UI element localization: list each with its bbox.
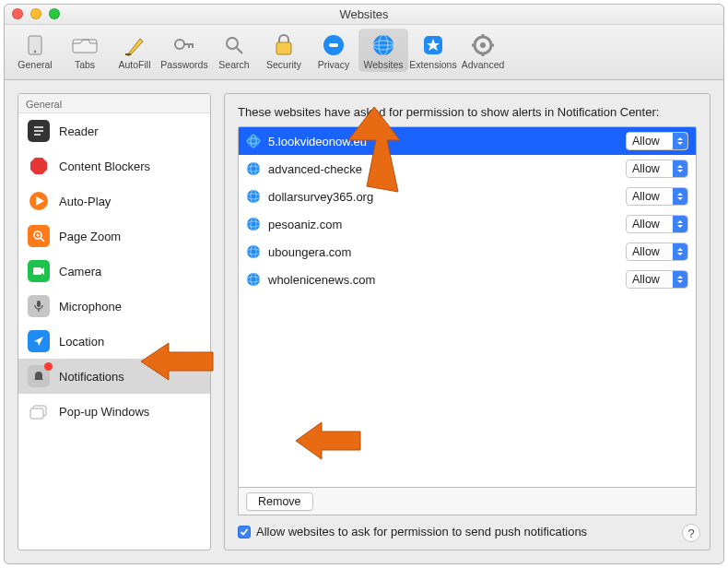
- tab-advanced[interactable]: Advanced: [458, 29, 508, 72]
- content-area: General Reader Content Blockers Auto-Pla…: [5, 80, 723, 563]
- svg-point-39: [247, 135, 260, 148]
- permission-select[interactable]: Allow: [626, 215, 688, 233]
- svg-marker-67: [677, 276, 683, 278]
- site-row[interactable]: dollarsurvey365.orgAllow: [239, 183, 696, 210]
- sidebar-item-notifications[interactable]: Notifications: [18, 359, 210, 394]
- passwords-icon: [170, 31, 198, 59]
- permission-value: Allow: [632, 245, 660, 258]
- sidebar-item-label: Microphone: [59, 300, 122, 314]
- sidebar-item-label: Notifications: [59, 370, 124, 384]
- panel-caption: These websites have asked for permission…: [238, 105, 697, 119]
- svg-marker-52: [677, 193, 683, 195]
- globe-icon: [246, 189, 261, 204]
- websites-icon: [370, 31, 397, 59]
- help-button[interactable]: ?: [682, 524, 700, 542]
- remove-button[interactable]: Remove: [246, 492, 313, 511]
- tab-search[interactable]: Search: [209, 29, 259, 72]
- sidebar-item-camera[interactable]: Camera: [18, 254, 210, 289]
- site-row[interactable]: pesoaniz.comAllow: [239, 210, 696, 238]
- dropdown-chevron-icon: [673, 271, 687, 288]
- sidebar-item-location[interactable]: Location: [18, 324, 210, 359]
- list-bottom-bar: Remove: [238, 488, 697, 515]
- svg-marker-36: [34, 337, 43, 346]
- dropdown-chevron-icon: [673, 188, 687, 205]
- globe-icon: [246, 134, 261, 148]
- svg-point-64: [247, 273, 260, 286]
- extensions-icon: [419, 31, 447, 59]
- site-row[interactable]: uboungera.comAllow: [239, 238, 696, 266]
- svg-marker-68: [677, 280, 683, 283]
- svg-marker-63: [677, 253, 683, 255]
- svg-marker-25: [30, 158, 47, 174]
- privacy-icon: [320, 31, 347, 59]
- location-icon: [28, 330, 50, 352]
- auto-play-icon: [28, 190, 50, 212]
- svg-rect-38: [30, 408, 43, 419]
- dropdown-chevron-icon: [673, 160, 687, 177]
- sidebar-item-reader[interactable]: Reader: [18, 113, 210, 148]
- sidebar-item-page-zoom[interactable]: Page Zoom: [18, 219, 210, 254]
- site-domain: wholenicenews.com: [268, 273, 618, 287]
- globe-icon: [246, 217, 261, 231]
- dropdown-chevron-icon: [673, 133, 687, 149]
- site-row[interactable]: wholenicenews.comAllow: [239, 266, 696, 293]
- svg-marker-43: [677, 142, 683, 145]
- titlebar: Websites: [5, 5, 723, 25]
- allow-checkbox-row[interactable]: Allow websites to ask for permission to …: [238, 525, 697, 538]
- sidebar-item-content-blockers[interactable]: Content Blockers: [18, 148, 210, 183]
- site-row[interactable]: 5.lookvideonow.euAllow: [239, 127, 696, 155]
- security-icon: [270, 31, 298, 59]
- tab-passwords[interactable]: Passwords: [159, 29, 209, 72]
- permission-select[interactable]: Allow: [626, 270, 688, 289]
- svg-point-44: [247, 162, 260, 175]
- permission-select[interactable]: Allow: [626, 187, 688, 206]
- svg-point-59: [247, 245, 260, 258]
- svg-marker-48: [677, 170, 683, 172]
- svg-marker-57: [677, 220, 683, 223]
- globe-icon: [246, 272, 261, 287]
- svg-marker-47: [677, 165, 683, 168]
- permission-select[interactable]: Allow: [626, 132, 688, 150]
- allow-checkbox[interactable]: [238, 526, 251, 538]
- sidebar-item-auto-play[interactable]: Auto-Play: [18, 183, 210, 219]
- sidebar: General Reader Content Blockers Auto-Pla…: [18, 93, 211, 550]
- search-icon: [220, 31, 248, 59]
- svg-marker-42: [677, 137, 683, 140]
- site-domain: 5.lookvideonow.eu: [268, 135, 618, 148]
- permission-select[interactable]: Allow: [626, 243, 688, 261]
- tab-general[interactable]: General: [10, 29, 60, 72]
- svg-rect-32: [33, 267, 41, 275]
- svg-rect-34: [37, 301, 41, 307]
- site-domain: uboungera.com: [268, 245, 618, 259]
- svg-rect-9: [329, 43, 338, 47]
- preferences-toolbar: General Tabs AutoFill Passwords: [5, 25, 723, 80]
- permission-value: Allow: [632, 218, 660, 231]
- sidebar-item-label: Reader: [59, 124, 99, 138]
- close-window-button[interactable]: [12, 8, 23, 19]
- microphone-icon: [28, 295, 50, 317]
- sidebar-item-label: Camera: [59, 265, 101, 278]
- permission-value: Allow: [632, 162, 660, 175]
- permission-value: Allow: [632, 273, 660, 286]
- svg-rect-2: [73, 40, 97, 53]
- svg-marker-53: [677, 197, 683, 200]
- window-title: Websites: [339, 7, 388, 21]
- svg-marker-33: [41, 267, 44, 275]
- sidebar-item-popup-windows[interactable]: Pop-up Windows: [18, 394, 210, 429]
- permission-select[interactable]: Allow: [626, 160, 688, 178]
- tab-extensions[interactable]: Extensions: [408, 29, 458, 72]
- tab-security[interactable]: Security: [259, 29, 309, 72]
- sidebar-item-label: Content Blockers: [59, 160, 150, 173]
- tab-websites[interactable]: Websites: [358, 29, 408, 72]
- tab-privacy[interactable]: Privacy: [309, 29, 358, 72]
- tab-tabs[interactable]: Tabs: [60, 29, 110, 72]
- sidebar-item-microphone[interactable]: Microphone: [18, 289, 210, 324]
- sidebar-item-label: Pop-up Windows: [59, 405, 149, 419]
- site-row[interactable]: advanced-checkeAllow: [239, 155, 696, 183]
- zoom-window-button[interactable]: [49, 8, 60, 19]
- window-controls: [12, 8, 60, 19]
- camera-icon: [28, 260, 50, 282]
- tab-autofill[interactable]: AutoFill: [110, 29, 159, 72]
- minimize-window-button[interactable]: [30, 8, 41, 19]
- allow-checkbox-label: Allow websites to ask for permission to …: [256, 525, 587, 538]
